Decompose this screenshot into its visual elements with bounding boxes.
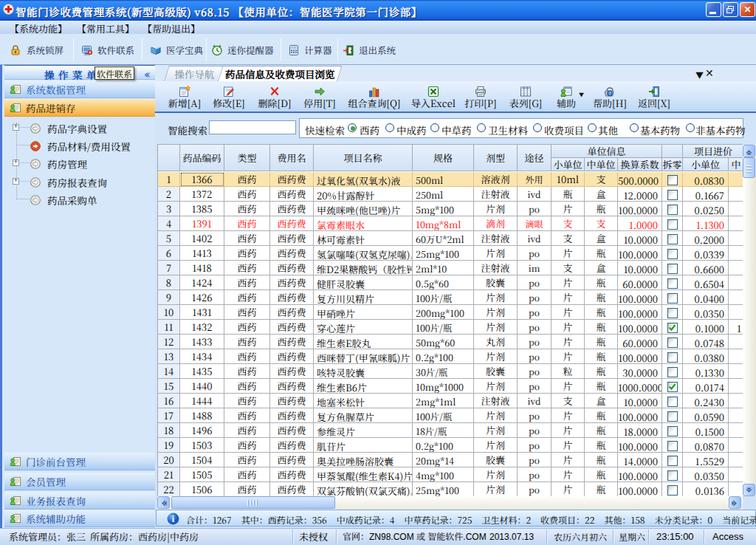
svg-text:i: i	[172, 514, 175, 524]
svg-text:?: ?	[608, 91, 611, 96]
